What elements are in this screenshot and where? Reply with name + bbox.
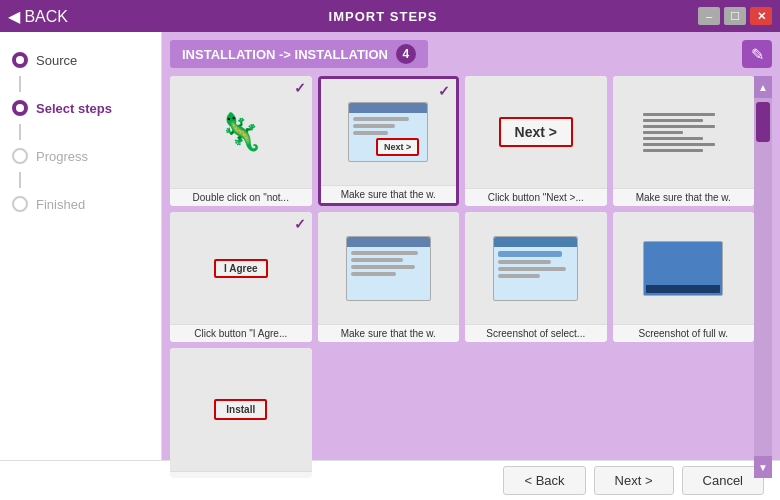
scroll-down-button[interactable]: ▼ (754, 456, 772, 478)
text-lines-4 (643, 113, 723, 152)
thumb-window-7 (493, 236, 578, 301)
thumb-window-2: Next > (348, 102, 428, 162)
step-card-4[interactable]: Make sure that the w. (613, 76, 755, 206)
step-thumb-9: Install (170, 348, 312, 471)
minimize-button[interactable]: – (698, 7, 720, 25)
step-connector-2 (19, 124, 21, 140)
step-card-2[interactable]: ✓ Next > (318, 76, 460, 206)
scrollbar: ▲ ▼ (754, 76, 772, 478)
next-btn-thumb: Next > (376, 138, 419, 156)
window-controls: – ☐ ✕ (698, 7, 772, 25)
window-title: IMPORT STEPS (68, 9, 698, 24)
step-label-5: Click button "I Agre... (170, 324, 312, 342)
edit-button[interactable]: ✎ (742, 40, 772, 68)
chameleon-icon: 🦎 (218, 111, 263, 153)
step-thumb-8 (613, 212, 755, 324)
thumb-window-6 (346, 236, 431, 301)
sidebar-item-source[interactable]: Source (0, 44, 161, 76)
step-label-6: Make sure that the w. (318, 324, 460, 342)
sidebar-label-progress: Progress (36, 149, 88, 164)
step-label-8: Screenshot of full w. (613, 324, 755, 342)
step-thumb-6 (318, 212, 460, 324)
check-2: ✓ (438, 83, 450, 99)
step-thumb-2: ✓ Next > (321, 79, 457, 185)
sidebar-label-source: Source (36, 53, 77, 68)
step-label-1: Double click on "not... (170, 188, 312, 206)
sidebar-label-select-steps: Select steps (36, 101, 112, 116)
header-title-text: INSTALLATION -> INSTALLATION (182, 47, 388, 62)
sidebar-item-finished[interactable]: Finished (0, 188, 161, 220)
back-button[interactable]: ◀ BACK (8, 7, 68, 26)
step-card-8[interactable]: Screenshot of full w. (613, 212, 755, 342)
scroll-thumb[interactable] (756, 102, 770, 142)
step-label-2: Make sure that the w. (321, 185, 457, 203)
step-thumb-1: ✓ 🦎 (170, 76, 312, 188)
check-5: ✓ (294, 216, 306, 232)
close-button[interactable]: ✕ (750, 7, 772, 25)
sidebar-item-progress[interactable]: Progress (0, 140, 161, 172)
step-circle-finished (12, 196, 28, 212)
step-thumb-4 (613, 76, 755, 188)
step-label-9 (170, 471, 312, 478)
content-header-title: INSTALLATION -> INSTALLATION 4 (170, 40, 428, 68)
sidebar-label-finished: Finished (36, 197, 85, 212)
steps-grid-wrapper: ✓ 🦎 Double click on "not... ✓ (170, 76, 772, 478)
back-label: ◀ BACK (8, 7, 68, 26)
step-connector-3 (19, 172, 21, 188)
sidebar: Source Select steps Progress Finished (0, 32, 162, 460)
step-thumb-7 (465, 212, 607, 324)
step-circle-progress (12, 148, 28, 164)
title-bar: ◀ BACK IMPORT STEPS – ☐ ✕ (0, 0, 780, 32)
step-connector-1 (19, 76, 21, 92)
step-card-3[interactable]: Next > Click button "Next >... (465, 76, 607, 206)
step-thumb-3: Next > (465, 76, 607, 188)
step-label-7: Screenshot of select... (465, 324, 607, 342)
step-card-9[interactable]: Install (170, 348, 312, 478)
install-btn-thumb: Install (214, 399, 267, 420)
step-label-4: Make sure that the w. (613, 188, 755, 206)
content-header: INSTALLATION -> INSTALLATION 4 ✎ (170, 40, 772, 68)
steps-grid: ✓ 🦎 Double click on "not... ✓ (170, 76, 754, 478)
step-thumb-5: ✓ I Agree (170, 212, 312, 324)
count-badge: 4 (396, 44, 416, 64)
desktop-thumb (643, 241, 723, 296)
step-circle-source (12, 52, 28, 68)
main-layout: Source Select steps Progress Finished IN… (0, 32, 780, 460)
sidebar-item-select-steps[interactable]: Select steps (0, 92, 161, 124)
next-btn-large: Next > (499, 117, 573, 147)
scroll-up-button[interactable]: ▲ (754, 76, 772, 98)
maximize-button[interactable]: ☐ (724, 7, 746, 25)
step-card-6[interactable]: Make sure that the w. (318, 212, 460, 342)
step-circle-select (12, 100, 28, 116)
step-label-3: Click button "Next >... (465, 188, 607, 206)
step-card-7[interactable]: Screenshot of select... (465, 212, 607, 342)
content-area: INSTALLATION -> INSTALLATION 4 ✎ ✓ 🦎 Dou… (162, 32, 780, 460)
step-card-1[interactable]: ✓ 🦎 Double click on "not... (170, 76, 312, 206)
check-1: ✓ (294, 80, 306, 96)
agree-btn-thumb: I Agree (214, 259, 268, 278)
step-card-5[interactable]: ✓ I Agree Click button "I Agre... (170, 212, 312, 342)
